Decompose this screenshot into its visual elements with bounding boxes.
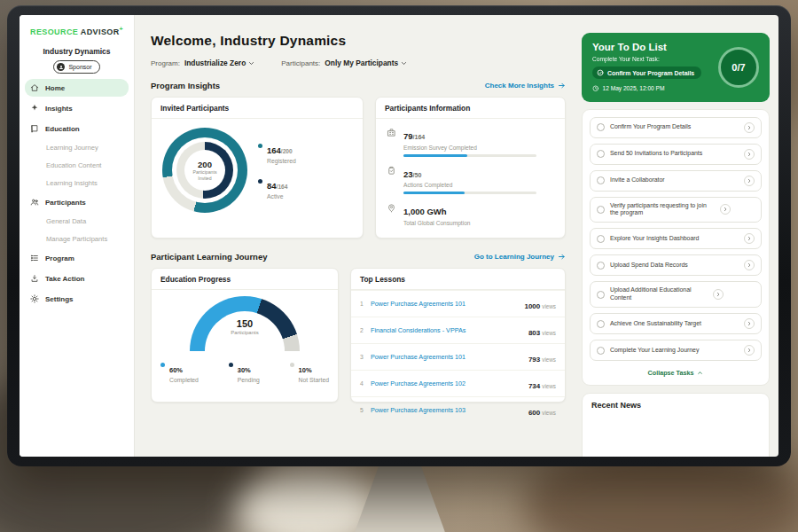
program-filter-dropdown[interactable]: Industrialize Zero [184, 59, 254, 67]
lesson-views-label: views [542, 383, 556, 389]
sidebar-item-label: Learning Journey [46, 144, 98, 152]
sponsor-badge-label: Sponsor [68, 64, 91, 70]
sidebar-item-participants[interactable]: Participants [25, 193, 129, 211]
check-more-insights-link[interactable]: Check More Insights [485, 82, 566, 90]
main-content: Welcome, Industry Dynamics Program: Indu… [135, 15, 576, 457]
sidebar-item-learning-journey[interactable]: Learning Journey [25, 140, 129, 155]
sidebar-item-insights[interactable]: Insights [25, 99, 129, 117]
lesson-views-label: views [542, 330, 556, 336]
task-checkbox[interactable] [597, 235, 605, 243]
stat-value: 79 [403, 131, 413, 141]
task-open-button[interactable] [744, 260, 755, 270]
stat-label: Total Global Consumption [403, 220, 471, 226]
task-checkbox[interactable] [597, 347, 605, 355]
task-row[interactable]: Explore Your Insights Dashboard [590, 228, 762, 249]
legend-label: Registered [267, 158, 296, 164]
task-row[interactable]: Verify participants requesting to join t… [590, 197, 762, 223]
chevron-right-icon [747, 178, 752, 184]
task-checkbox[interactable] [597, 320, 605, 328]
sidebar-item-label: Insights [45, 105, 73, 113]
todo-next-task-label: Confirm Your Program Details [607, 70, 694, 76]
lesson-title-link[interactable]: Financial Considerations - VPPAs [371, 326, 528, 334]
lesson-title-link[interactable]: Power Purchase Agreements 101 [371, 353, 528, 361]
stat-label: Actions Completed [403, 182, 536, 188]
task-label: Verify participants requesting to join t… [610, 202, 715, 218]
legend-value: 60% [169, 366, 183, 374]
education-legend: 60% Completed 30% Pending [152, 351, 338, 383]
sidebar-item-manage-participants[interactable]: Manage Participants [25, 231, 129, 246]
todo-panel: Your To Do List Complete Your Next Task:… [576, 15, 778, 457]
participants-filter-dropdown[interactable]: Only My Participants [325, 59, 407, 67]
card-title: Participants Information [376, 98, 565, 119]
legend-label: Completed [169, 377, 199, 383]
person-icon [57, 63, 65, 71]
collapse-tasks-label: Collapse Tasks [648, 369, 694, 377]
sidebar-item-education[interactable]: Education [25, 120, 129, 137]
legend-total: /164 [277, 184, 288, 190]
legend-total: /200 [281, 148, 293, 154]
sidebar: RESOURCE ADVISOR+ Industry Dynamics Spon… [20, 15, 135, 457]
chevron-right-icon [723, 207, 728, 212]
sidebar-item-take-action[interactable]: Take Action [25, 270, 129, 287]
stat-total: /50 [413, 172, 422, 178]
task-list: Confirm Your Program Details Send 50 Inv… [582, 109, 770, 387]
task-open-button[interactable] [744, 176, 755, 186]
link-label: Go to Learning Journey [474, 253, 554, 261]
lesson-title-link[interactable]: Power Purchase Agreements 102 [371, 379, 528, 387]
stat-emission-survey: 79/164 Emission Survey Completed [387, 127, 554, 157]
stat-progress-fill [403, 154, 467, 157]
task-open-button[interactable] [744, 318, 755, 329]
invited-participants-card: Invited Participants 200 Participants In… [151, 97, 364, 239]
sidebar-item-settings[interactable]: Settings [25, 290, 129, 308]
sponsor-badge[interactable]: Sponsor [53, 60, 99, 74]
task-row[interactable]: Send 50 Invitations to Participants [590, 144, 762, 165]
task-open-button[interactable] [744, 122, 755, 133]
task-row[interactable]: Complete Your Learning Journey [590, 340, 762, 361]
task-checkbox[interactable] [597, 206, 605, 214]
sidebar-item-program[interactable]: Program [25, 249, 129, 267]
sidebar-menu: Home Insights Education Learning Journey… [20, 79, 134, 308]
task-checkbox[interactable] [597, 176, 605, 184]
task-open-button[interactable] [744, 345, 755, 356]
task-row[interactable]: Confirm Your Program Details [590, 117, 762, 138]
chevron-right-icon [747, 348, 752, 353]
task-checkbox[interactable] [597, 123, 605, 131]
task-open-button[interactable] [744, 233, 755, 244]
task-checkbox[interactable] [597, 291, 605, 299]
stat-progress-fill [403, 192, 465, 194]
program-filter: Program: Industrialize Zero [151, 59, 254, 67]
sidebar-item-label: Education Content [46, 161, 101, 169]
sidebar-item-learning-insights[interactable]: Learning Insights [25, 176, 129, 191]
go-to-learning-journey-link[interactable]: Go to Learning Journey [474, 253, 566, 261]
chevron-right-icon [747, 236, 752, 241]
collapse-tasks-link[interactable]: Collapse Tasks [590, 366, 762, 378]
task-row[interactable]: Invite a Collaborator [590, 170, 762, 192]
stat-total: /164 [413, 134, 426, 140]
task-label: Send 50 Invitations to Participants [610, 150, 739, 158]
lesson-views-label: views [542, 410, 556, 416]
sidebar-item-home[interactable]: Home [25, 79, 129, 97]
sidebar-item-general-data[interactable]: General Data [25, 214, 129, 229]
task-label: Complete Your Learning Journey [610, 347, 739, 355]
todo-progress-ring: 0/7 [718, 47, 759, 88]
task-checkbox[interactable] [597, 150, 605, 158]
task-open-button[interactable] [744, 149, 755, 160]
task-open-button[interactable] [720, 204, 731, 215]
todo-next-task-pill[interactable]: Confirm Your Program Details [592, 66, 701, 79]
task-checkbox[interactable] [597, 262, 605, 270]
monitor-bezel: RESOURCE ADVISOR+ Industry Dynamics Spon… [7, 5, 791, 466]
task-open-button[interactable] [713, 289, 724, 300]
lesson-title-link[interactable]: Power Purchase Agreements 103 [371, 406, 528, 414]
task-row[interactable]: Achieve One Sustainability Target [590, 313, 762, 334]
task-label: Achieve One Sustainability Target [610, 320, 739, 328]
building-icon [387, 128, 396, 137]
participants-filter-value: Only My Participants [325, 59, 398, 67]
task-row[interactable]: Upload Spend Data Records [590, 254, 762, 276]
lesson-title-link[interactable]: Power Purchase Agreements 101 [371, 300, 524, 308]
insights-icon [30, 104, 39, 113]
gauge-center-value: 150 [190, 318, 300, 329]
task-label: Explore Your Insights Dashboard [610, 235, 739, 243]
task-row[interactable]: Upload Additional Educational Content [590, 281, 762, 308]
sidebar-item-education-content[interactable]: Education Content [25, 158, 129, 173]
stat-progress-track [403, 154, 536, 157]
